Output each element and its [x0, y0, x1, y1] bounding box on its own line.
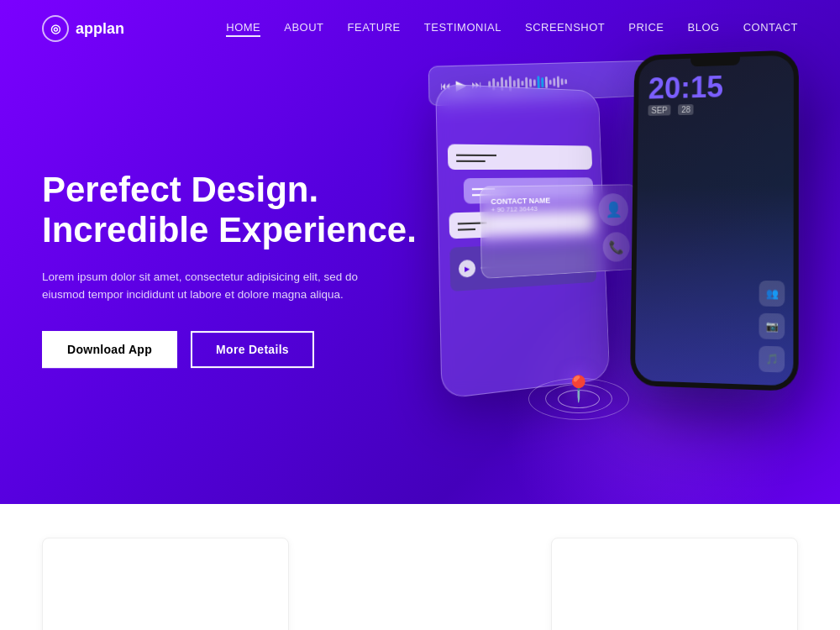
nav-testimonial[interactable]: TESTIMONIAL	[424, 21, 501, 37]
contact-card: 👤 CONTACT NAME + 90 712 36443 📞	[480, 184, 640, 279]
map-pin-icon: 📍	[563, 374, 594, 403]
chat-bubble-1: ▬▬▬▬▬▬▬▬▬▬▬▬	[448, 144, 592, 171]
feature-card-spacer	[314, 538, 526, 630]
contact-phone: + 90 712 36443	[491, 203, 592, 213]
feature-card-1	[42, 538, 289, 630]
nav-about[interactable]: ABOUT	[284, 21, 323, 37]
phone-app-icons: 👥 📷 🎵	[759, 281, 785, 373]
nav-price[interactable]: PRICE	[628, 21, 664, 37]
phone-main: 20:15 SEP 28 👥 📷 🎵	[630, 50, 799, 391]
nav-contact[interactable]: CONTACT	[743, 21, 798, 37]
play-button-small: ▶	[459, 260, 476, 278]
feature-card-2	[551, 538, 798, 630]
hero-description: Lorem ipsum dolor sit amet, consectetur …	[42, 268, 361, 304]
hero-title-line1: Perefect Design.	[42, 170, 318, 209]
phone-month: SEP	[648, 105, 670, 116]
more-details-button[interactable]: More Details	[191, 331, 314, 368]
nav-feature[interactable]: FEATURE	[348, 21, 401, 37]
logo[interactable]: ◎ applan	[42, 15, 124, 42]
phone-time: 20:15	[648, 71, 784, 104]
hero-illustration: ⏮ ▶ ⏭	[412, 50, 815, 487]
phone-screen: 20:15 SEP 28	[638, 63, 794, 122]
users-icon: 👥	[759, 281, 785, 307]
nav-blog[interactable]: BLOG	[688, 21, 720, 37]
music-icon: 🎵	[759, 346, 785, 373]
contact-avatar: 👤	[598, 193, 629, 227]
camera-icon: 📷	[759, 313, 785, 340]
phone-date: SEP 28	[648, 102, 783, 115]
logo-icon: ◎	[42, 15, 69, 42]
hero-buttons: Download App More Details	[42, 331, 417, 368]
header: ◎ applan HOME ABOUT FEATURE TESTIMONIAL …	[0, 0, 840, 57]
hero-title-line2: Incredible Experience.	[42, 210, 417, 249]
nav-home[interactable]: HOME	[226, 21, 260, 37]
download-app-button[interactable]: Download App	[42, 331, 177, 368]
call-button: 📞	[602, 232, 630, 263]
hero-section: ◎ applan HOME ABOUT FEATURE TESTIMONIAL …	[0, 0, 840, 504]
logo-text: applan	[76, 20, 124, 38]
nav-screenshot[interactable]: SCREENSHOT	[525, 21, 605, 37]
main-nav: HOME ABOUT FEATURE TESTIMONIAL SCREENSHO…	[226, 21, 798, 37]
bottom-section	[0, 504, 840, 630]
hero-title: Perefect Design. Incredible Experience.	[42, 170, 417, 251]
hero-content: Perefect Design. Incredible Experience. …	[42, 170, 417, 368]
phone-day: 28	[678, 104, 694, 115]
location-pin: 📍	[563, 374, 594, 403]
